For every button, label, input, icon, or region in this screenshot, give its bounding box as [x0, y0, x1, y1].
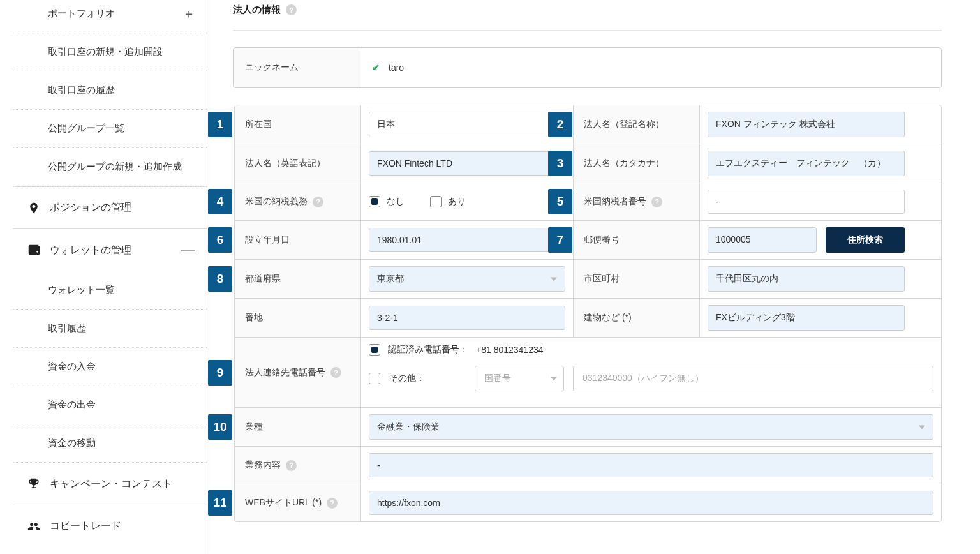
postal-input[interactable]: 1000005: [708, 227, 817, 253]
label-us-tax-id: 米国納税者番号: [574, 183, 700, 220]
nickname-box: ニックネーム ✔ taro: [233, 47, 942, 88]
row-street-building: 番地 3-2-1 建物など (*) FXビルディング3階: [235, 299, 941, 338]
help-icon[interactable]: [330, 367, 341, 378]
country-input[interactable]: 日本: [369, 112, 565, 137]
sidebar-section-label: キャンペーン・コンテスト: [50, 477, 172, 491]
corp-name-kana-input[interactable]: エフエクスティー フィンテック （カ）: [708, 151, 905, 176]
sidebar-section-label: ウォレットの管理: [50, 244, 131, 257]
badge-1: 1: [208, 112, 232, 137]
badge-5: 5: [548, 189, 572, 214]
section-header: 法人の情報: [233, 0, 942, 31]
badge-6: 6: [208, 227, 232, 253]
row-industry: 10 業種 金融業・保険業: [235, 408, 941, 447]
help-icon[interactable]: [651, 197, 662, 207]
sidebar-item-open-account[interactable]: 取引口座の新規・追加開設: [13, 33, 207, 71]
help-icon[interactable]: [327, 498, 338, 509]
label-country: 所在国: [235, 105, 361, 144]
sidebar-item-label: 資金の出金: [48, 399, 96, 411]
sidebar-item-label: 公開グループの新規・追加作成: [48, 161, 182, 173]
nickname-value: taro: [389, 63, 404, 73]
badge-9: 9: [208, 360, 232, 386]
label-establish: 設立年月日: [235, 221, 361, 259]
sidebar-item-portfolio[interactable]: ポートフォリオ ＋: [13, 0, 207, 33]
label-us-tax: 米国の納税義務: [235, 183, 361, 220]
sidebar-item-label: 取引口座の履歴: [48, 84, 115, 96]
sidebar: ポートフォリオ ＋ 取引口座の新規・追加開設 取引口座の履歴 公開グループ一覧 …: [0, 0, 207, 554]
location-icon: [27, 202, 41, 214]
corp-name-en-input[interactable]: FXON Fintech LTD: [369, 151, 565, 176]
sidebar-item-label: 公開グループ一覧: [48, 123, 124, 135]
section-title: 法人の情報: [233, 4, 281, 16]
sidebar-section-wallet[interactable]: ウォレットの管理 —: [13, 228, 207, 271]
label-corp-name-en: 法人名（英語表記）: [235, 144, 361, 183]
other-phone-input[interactable]: 0312340000（ハイフン無し）: [573, 366, 933, 391]
sidebar-item-create-group[interactable]: 公開グループの新規・追加作成: [13, 148, 207, 186]
wallet-icon: [27, 243, 41, 257]
label-city: 市区町村: [574, 260, 700, 298]
badge-2: 2: [548, 112, 572, 137]
sidebar-section-label: コピートレード: [50, 520, 121, 533]
street-input[interactable]: 3-2-1: [369, 306, 565, 330]
establish-input[interactable]: 1980.01.01: [369, 228, 565, 252]
checkbox-icon: [430, 196, 442, 207]
badge-4: 4: [208, 189, 232, 214]
row-corpname-en-kana: 法人名（英語表記） FXON Fintech LTD 3 法人名（カタカナ） エ…: [235, 144, 941, 183]
badge-7: 7: [548, 227, 572, 253]
help-icon[interactable]: [286, 4, 297, 15]
label-corp-name-kana: 法人名（カタカナ）: [574, 144, 700, 183]
sidebar-item-account-history[interactable]: 取引口座の履歴: [13, 71, 207, 110]
main: 法人の情報 ニックネーム ✔ taro 1 所在国 日本 2 法人名（登記名称）: [207, 0, 980, 554]
label-pref: 都道府県: [235, 260, 361, 298]
radio-us-tax-none[interactable]: なし: [369, 196, 405, 207]
label-business: 業務内容: [235, 447, 361, 484]
sidebar-item-label: 取引口座の新規・追加開設: [48, 46, 163, 58]
label-phone: 法人連絡先電話番号: [235, 338, 361, 407]
check-icon: ✔: [372, 63, 380, 73]
sidebar-section-campaign[interactable]: キャンペーン・コンテスト: [13, 463, 207, 505]
industry-select[interactable]: 金融業・保険業: [369, 414, 933, 440]
sidebar-item-wallet-list[interactable]: ウォレット一覧: [13, 271, 207, 310]
city-input[interactable]: 千代田区丸の内: [708, 266, 905, 292]
corp-name-input[interactable]: FXON フィンテック 株式会社: [708, 112, 905, 137]
sidebar-item-transfer[interactable]: 資金の移動: [13, 424, 207, 463]
building-input[interactable]: FXビルディング3階: [708, 305, 905, 331]
row-pref-city: 8 都道府県 東京都 市区町村 千代田区丸の内: [235, 260, 941, 299]
pref-select[interactable]: 東京都: [369, 266, 565, 292]
sidebar-section-position[interactable]: ポジションの管理: [13, 186, 207, 228]
radio-verified-phone[interactable]: [369, 344, 380, 356]
radio-other-phone[interactable]: [369, 373, 380, 384]
trophy-icon: [27, 478, 41, 491]
business-input[interactable]: -: [369, 453, 933, 477]
us-tax-id-input[interactable]: -: [708, 190, 905, 214]
minus-icon: —: [181, 242, 195, 258]
sidebar-section-copytrade[interactable]: コピートレード: [13, 505, 207, 547]
label-postal: 郵便番号: [574, 221, 700, 259]
sidebar-item-transaction-history[interactable]: 取引履歴: [13, 310, 207, 348]
sidebar-item-deposit[interactable]: 資金の入金: [13, 348, 207, 386]
people-icon: [27, 520, 41, 533]
sidebar-item-public-groups[interactable]: 公開グループ一覧: [13, 110, 207, 148]
row-business: 業務内容 -: [235, 447, 941, 484]
badge-10: 10: [208, 414, 232, 440]
verified-phone-label: 認証済み電話番号：: [388, 344, 468, 356]
country-code-select[interactable]: 国番号: [475, 366, 564, 391]
label-building: 建物など (*): [574, 299, 700, 337]
nickname-label: ニックネーム: [234, 48, 360, 87]
row-phone: 9 法人連絡先電話番号 認証済み電話番号： +81 8012341234 その他…: [235, 338, 941, 408]
address-search-button[interactable]: 住所検索: [826, 227, 905, 253]
label-corp-name: 法人名（登記名称）: [574, 105, 700, 144]
checkbox-icon: [369, 196, 380, 207]
badge-11: 11: [208, 490, 232, 516]
sidebar-item-label: ポートフォリオ: [48, 8, 115, 20]
badge-8: 8: [208, 266, 232, 292]
sidebar-section-label: ポジションの管理: [50, 201, 131, 214]
label-industry: 業種: [235, 408, 361, 446]
help-icon[interactable]: [313, 197, 323, 207]
row-url: 11 WEBサイトURL (*) https://fxon.com: [235, 484, 941, 521]
help-icon[interactable]: [286, 460, 297, 471]
url-input[interactable]: https://fxon.com: [369, 491, 933, 515]
sidebar-item-withdraw[interactable]: 資金の出金: [13, 386, 207, 424]
nickname-value-cell: ✔ taro: [360, 48, 941, 87]
row-country-corpname: 1 所在国 日本 2 法人名（登記名称） FXON フィンテック 株式会社: [235, 105, 941, 144]
radio-us-tax-yes[interactable]: あり: [430, 196, 466, 207]
